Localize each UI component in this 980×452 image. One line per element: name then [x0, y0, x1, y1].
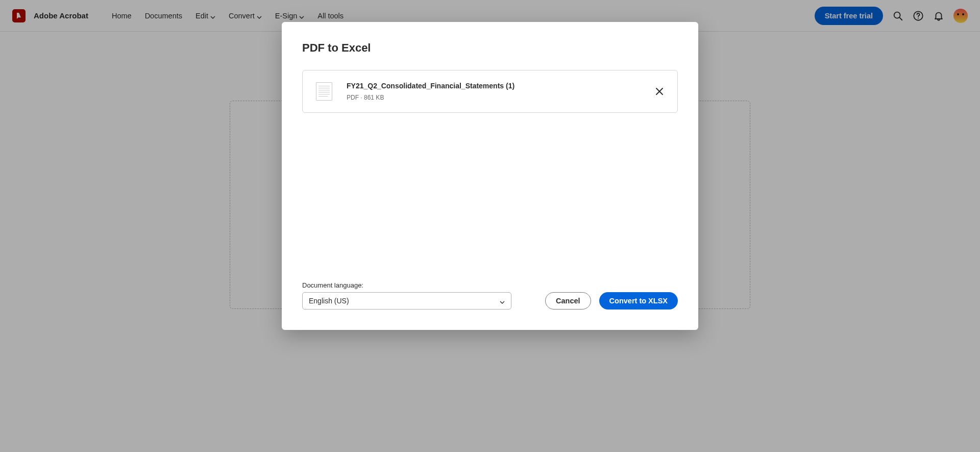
- file-thumbnail-icon: [316, 82, 332, 101]
- chevron-down-icon: [500, 298, 505, 303]
- remove-file-button[interactable]: [655, 87, 664, 96]
- selected-file-card: FY21_Q2_Consolidated_Financial_Statement…: [302, 70, 678, 113]
- cancel-button[interactable]: Cancel: [545, 292, 591, 310]
- modal-footer-actions: Cancel Convert to XLSX: [545, 292, 678, 310]
- modal-title: PDF to Excel: [302, 41, 678, 55]
- language-label: Document language:: [302, 281, 511, 289]
- pdf-to-excel-modal: PDF to Excel FY21_Q2_Consolidated_Financ…: [282, 22, 698, 330]
- file-subtitle: PDF · 861 KB: [347, 94, 655, 101]
- language-select[interactable]: English (US): [302, 292, 511, 310]
- file-metadata: FY21_Q2_Consolidated_Financial_Statement…: [347, 82, 655, 101]
- modal-footer: Document language: English (US) Cancel C…: [302, 281, 678, 310]
- language-block: Document language: English (US): [302, 281, 511, 310]
- file-separator: ·: [359, 94, 364, 101]
- file-name: FY21_Q2_Consolidated_Financial_Statement…: [347, 82, 655, 90]
- convert-to-xlsx-button[interactable]: Convert to XLSX: [599, 292, 678, 310]
- file-type: PDF: [347, 94, 359, 101]
- file-size: 861 KB: [364, 94, 384, 101]
- language-selected-value: English (US): [309, 297, 349, 305]
- modal-spacer: [302, 113, 678, 281]
